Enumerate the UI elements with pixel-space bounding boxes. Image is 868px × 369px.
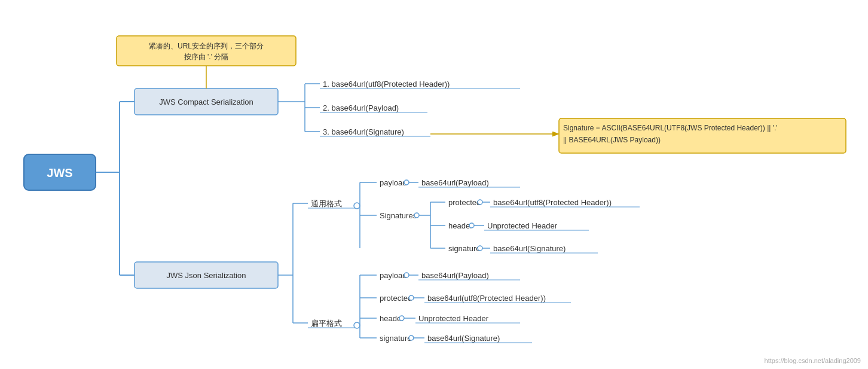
sig-signature-circle <box>478 246 482 251</box>
compact-item1: 1. base64url(utf8(Protected Header)) <box>323 80 450 89</box>
compact-note-text2: 按序由 '.' 分隔 <box>184 53 229 61</box>
general-circle <box>354 203 360 209</box>
sig-protected-circle <box>478 200 482 205</box>
gen-payload-label: payload <box>380 178 407 187</box>
mind-map-svg: JWS JWS Compact Serialization 紧凑的、URL安全的… <box>0 0 868 369</box>
compact-label: JWS Compact Serialization <box>159 97 253 106</box>
compact-note-box <box>117 36 296 66</box>
json-label: JWS Json Serialization <box>167 271 246 280</box>
sig-note-line2: || BASE64URL(JWS Payload)) <box>563 136 661 144</box>
flat-header-circle <box>399 316 404 321</box>
flat-circle <box>354 322 360 328</box>
flat-signature-label: signature <box>380 334 411 343</box>
flat-payload-label: payload <box>380 271 407 280</box>
compact-note-text1: 紧凑的、URL安全的序列，三个部分 <box>149 42 264 50</box>
flat-header-val: Unprotected Header <box>418 314 489 323</box>
compact-item2: 2. base64url(Payload) <box>323 103 399 112</box>
watermark-text: https://blog.csdn.net/alading2009 <box>765 357 861 364</box>
sig-protected-label: protected <box>448 198 481 207</box>
sig-signature-val: base64url(Signature) <box>493 244 566 253</box>
flat-signature-val: base64url(Signature) <box>427 334 500 343</box>
flat-protected-circle <box>409 295 414 300</box>
flat-payload-circle <box>404 273 409 277</box>
general-label: 通用格式 <box>311 199 342 208</box>
flat-signature-circle <box>409 336 414 340</box>
sig-header-val: Unprotected Header <box>487 221 558 230</box>
signatures-label: Signatures <box>380 211 417 220</box>
flat-protected-label: protected <box>380 294 412 303</box>
sig-signature-label: signature <box>448 244 480 253</box>
signatures-circle <box>414 213 419 218</box>
flat-label: 扁平格式 <box>311 319 342 328</box>
compact-item3: 3. base64url(Signature) <box>323 127 404 136</box>
sig-note-line1: Signature = ASCII(BASE64URL(UTF8(JWS Pro… <box>563 124 778 132</box>
gen-payload-circle <box>404 180 409 185</box>
gen-payload-val: base64url(Payload) <box>421 178 489 187</box>
flat-protected-val: base64url(utf8(Protected Header)) <box>427 294 546 303</box>
root-label: JWS <box>47 166 72 179</box>
sig-protected-val: base64url(utf8(Protected Header)) <box>493 198 612 207</box>
sig-header-circle <box>469 223 474 228</box>
flat-payload-val: base64url(Payload) <box>421 271 489 280</box>
